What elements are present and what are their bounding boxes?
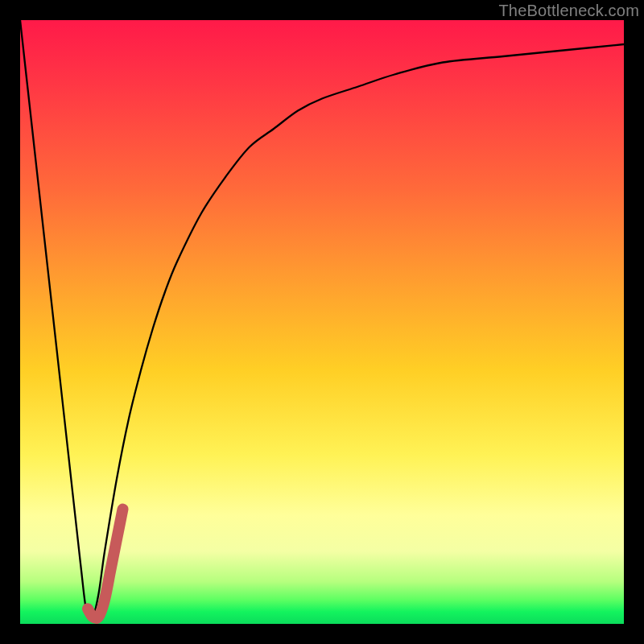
curve-svg: [20, 20, 624, 624]
plot-area: [20, 20, 624, 624]
bottleneck-curve-line: [20, 20, 624, 620]
watermark-text: TheBottleneck.com: [498, 2, 639, 20]
chart-frame: TheBottleneck.com: [0, 0, 644, 644]
highlight-j-marker: [88, 510, 123, 618]
